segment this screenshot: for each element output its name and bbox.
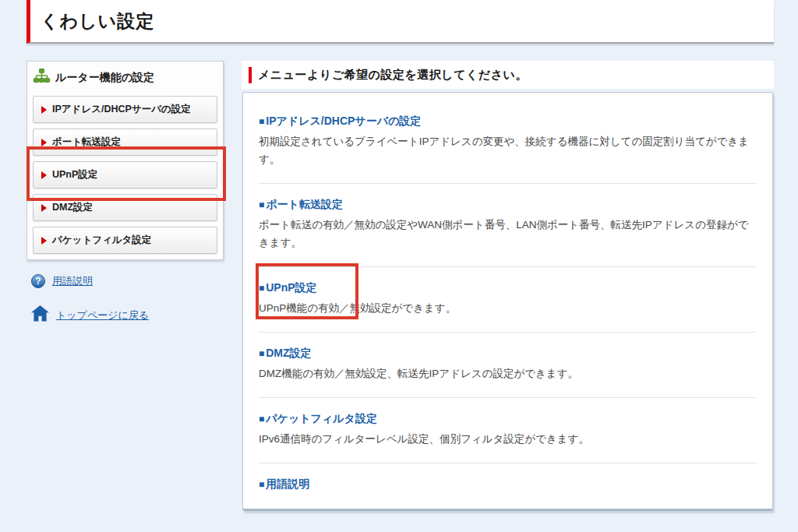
- menu-description: DMZ機能の有効／無効設定、転送先IPアドレスの設定ができます。: [259, 365, 757, 383]
- square-bullet-icon: ■: [259, 348, 264, 359]
- page-title: くわしい設定: [30, 9, 154, 33]
- menu-link-label: UPnP設定: [266, 281, 316, 295]
- menu-link-ip-dhcp[interactable]: ■ IPアドレス/DHCPサーバの設定: [259, 115, 421, 129]
- menu-section-packet-filter: ■ パケットフィルタ設定 IPv6通信時のフィルターレベル設定、個別フィルタ設定…: [259, 397, 757, 463]
- menu-link-label: パケットフィルタ設定: [266, 412, 377, 426]
- sidebar-item-packet-filter[interactable]: パケットフィルタ設定: [33, 227, 217, 254]
- square-bullet-icon: ■: [259, 479, 264, 490]
- menu-link-port-forwarding[interactable]: ■ ポート転送設定: [259, 198, 343, 212]
- settings-menu-panel: ■ IPアドレス/DHCPサーバの設定 初期設定されているプライベートIPアドレ…: [242, 92, 773, 511]
- menu-section-ip-dhcp: ■ IPアドレス/DHCPサーバの設定 初期設定されているプライベートIPアドレ…: [259, 100, 757, 183]
- menu-section-dmz: ■ DMZ設定 DMZ機能の有効／無効設定、転送先IPアドレスの設定ができます。: [259, 332, 757, 397]
- back-to-top-link-label: トップページに戻る: [56, 308, 149, 322]
- glossary-link[interactable]: ? 用語説明: [31, 274, 93, 288]
- sidebar-item-label: DMZ設定: [52, 201, 93, 214]
- menu-link-label: ポート転送設定: [266, 198, 343, 212]
- sidebar-item-dmz[interactable]: DMZ設定: [33, 194, 217, 221]
- page-title-bar: くわしい設定: [26, 0, 774, 44]
- red-triangle-icon: [41, 171, 47, 179]
- sidebar-title: ルーター機能の設定: [55, 71, 154, 85]
- main-instruction: メニューよりご希望の設定を選択してください。: [258, 68, 528, 83]
- menu-link-glossary[interactable]: ■ 用語説明: [259, 477, 309, 491]
- back-to-top-link[interactable]: トップページに戻る: [31, 305, 149, 325]
- sidebar-item-upnp[interactable]: UPnP設定: [33, 161, 217, 188]
- sidebar-item-ip-dhcp[interactable]: IPアドレス/DHCPサーバの設定: [33, 96, 217, 123]
- red-triangle-icon: [41, 204, 47, 212]
- square-bullet-icon: ■: [259, 116, 264, 127]
- home-icon: [31, 305, 49, 325]
- square-bullet-icon: ■: [259, 199, 264, 210]
- menu-link-label: DMZ設定: [266, 347, 311, 361]
- sidebar-item-label: UPnP設定: [52, 168, 97, 181]
- menu-link-label: 用語説明: [266, 477, 309, 491]
- menu-description: UPnP機能の有効／無効設定ができます。: [259, 300, 757, 318]
- menu-description: ポート転送の有効／無効の設定やWAN側ポート番号、LAN側ポート番号、転送先IP…: [259, 217, 757, 252]
- sidebar-item-label: IPアドレス/DHCPサーバの設定: [52, 103, 191, 116]
- sidebar-header: ルーター機能の設定: [27, 62, 223, 93]
- menu-link-upnp[interactable]: ■ UPnP設定: [259, 281, 317, 295]
- sidebar-item-label: パケットフィルタ設定: [52, 234, 151, 247]
- sidebar-item-port-forwarding[interactable]: ポート転送設定: [33, 129, 217, 156]
- red-triangle-icon: [41, 237, 47, 245]
- menu-link-dmz[interactable]: ■ DMZ設定: [259, 347, 312, 361]
- main-instruction-bar: メニューよりご希望の設定を選択してください。: [242, 61, 774, 89]
- square-bullet-icon: ■: [259, 414, 264, 425]
- help-icon: ?: [31, 274, 45, 288]
- menu-link-packet-filter[interactable]: ■ パケットフィルタ設定: [259, 412, 377, 426]
- menu-description: IPv6通信時のフィルターレベル設定、個別フィルタ設定ができます。: [259, 431, 757, 449]
- sidebar-menu: IPアドレス/DHCPサーバの設定 ポート転送設定 UPnP設定 DMZ設定 パ…: [27, 93, 223, 258]
- menu-section-upnp: ■ UPnP設定 UPnP機能の有効／無効設定ができます。: [259, 266, 757, 332]
- square-bullet-icon: ■: [259, 283, 264, 294]
- sidebar-item-label: ポート転送設定: [52, 136, 121, 149]
- menu-section-port-forwarding: ■ ポート転送設定 ポート転送の有効／無効の設定やWAN側ポート番号、LAN側ポ…: [259, 183, 757, 266]
- network-tree-icon: [34, 69, 50, 86]
- menu-link-label: IPアドレス/DHCPサーバの設定: [266, 115, 421, 129]
- menu-description: 初期設定されているプライベートIPアドレスの変更や、接続する機器に対しての固定割…: [259, 133, 757, 169]
- menu-section-glossary: ■ 用語説明: [259, 463, 757, 506]
- red-triangle-icon: [41, 106, 47, 114]
- red-triangle-icon: [41, 139, 47, 146]
- glossary-link-label: 用語説明: [52, 274, 93, 288]
- red-accent-bar: [249, 67, 252, 83]
- sidebar-router-settings: ルーター機能の設定 IPアドレス/DHCPサーバの設定 ポート転送設定 UPnP…: [26, 61, 224, 260]
